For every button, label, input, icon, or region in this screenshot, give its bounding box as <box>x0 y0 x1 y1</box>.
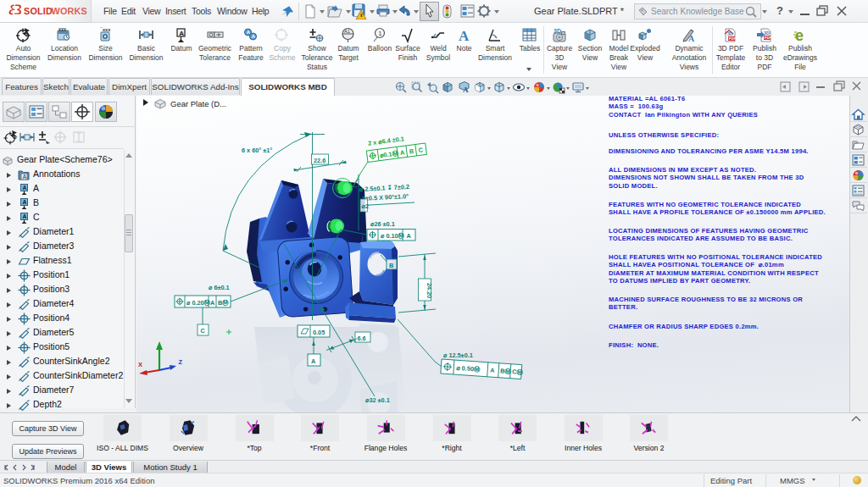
svg-text:⌀ 0.10Ⓜ: ⌀ 0.10Ⓜ <box>381 232 405 240</box>
svg-text:⌀ 0.20Ⓜ: ⌀ 0.20Ⓜ <box>186 299 211 307</box>
svg-text:A: A <box>407 232 412 240</box>
svg-text:A: A <box>688 34 695 43</box>
svg-text:PDF: PDF <box>729 36 737 41</box>
svg-text:BⓂ: BⓂ <box>218 299 229 307</box>
svg-text:3±0.5 X 90°±1.0°: 3±0.5 X 90°±1.0° <box>362 192 409 202</box>
svg-text:PDF: PDF <box>765 36 772 40</box>
svg-text:⌀26 ±0.1: ⌀26 ±0.1 <box>370 220 395 228</box>
svg-text:A: A <box>22 213 26 219</box>
svg-text:3D: 3D <box>727 31 733 36</box>
svg-text:XXX: XXX <box>58 28 66 32</box>
svg-text:22.6: 22.6 <box>314 157 326 164</box>
svg-text:⌀ 12.5±0.1: ⌀ 12.5±0.1 <box>443 351 473 359</box>
svg-text:A: A <box>210 299 215 307</box>
svg-text:A: A <box>23 174 27 180</box>
svg-text:SOLID: SOLID <box>24 6 53 16</box>
svg-text:A: A <box>22 199 26 205</box>
svg-text:A: A <box>463 86 469 94</box>
svg-text:⌀2: ⌀2 <box>362 202 369 210</box>
svg-text:⌀ 6±0.1: ⌀ 6±0.1 <box>209 284 230 291</box>
svg-text:⌀32 ±0.1: ⌀32 ±0.1 <box>365 396 390 404</box>
svg-text:⌀ 2.5±0.1 ↧ 7±0.2: ⌀ 2.5±0.1 ↧ 7±0.2 <box>359 183 409 193</box>
svg-text:e: e <box>795 27 804 43</box>
svg-text:24.20: 24.20 <box>426 283 433 298</box>
svg-text:A: A <box>311 357 316 365</box>
svg-text:X: X <box>138 361 142 368</box>
svg-text:A: A <box>179 30 184 37</box>
svg-text:CⓂ: CⓂ <box>512 368 524 376</box>
svg-text:BⓂ: BⓂ <box>500 367 512 375</box>
svg-text:A1: A1 <box>344 29 350 34</box>
svg-text:6 x 60° ±1°: 6 x 60° ±1° <box>242 147 272 154</box>
svg-text:B: B <box>389 262 393 269</box>
svg-text:C: C <box>201 327 206 335</box>
svg-text:A: A <box>22 185 26 191</box>
svg-text:¯xxx: ¯xxx <box>99 27 111 32</box>
svg-text:WORKS: WORKS <box>52 6 87 16</box>
svg-text:0.05: 0.05 <box>313 329 325 336</box>
svg-text:6.6: 6.6 <box>358 335 366 342</box>
svg-text:3D: 3D <box>764 30 770 36</box>
svg-text:Z: Z <box>179 358 183 366</box>
svg-text:2 x ⌀6.4 ±0.1: 2 x ⌀6.4 ±0.1 <box>368 135 405 147</box>
